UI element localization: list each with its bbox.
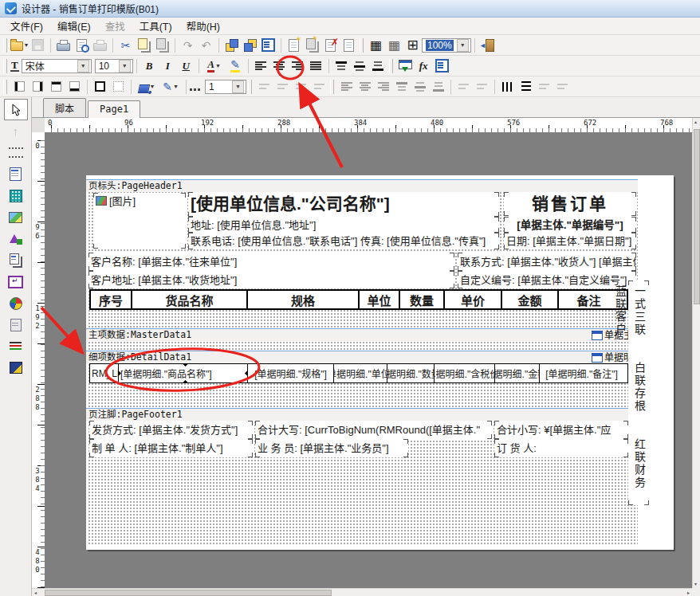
highlight-button[interactable]: ✎ [226,57,245,75]
underline-button[interactable]: U [177,57,195,75]
page-panes-button[interactable]: ⊞ [403,37,422,54]
new-page-button[interactable] [285,37,303,54]
field-phone-fax[interactable]: 联系电话: [使用单位信息."联系电话"] 传真: [使用单位信息."传真"] [188,233,499,249]
field-copies-label[interactable]: 一式三联 白联存根 红联财务 蓝联客户 [628,280,649,505]
align-left-button[interactable] [252,57,270,75]
line-width-select[interactable]: 1 ▼ [205,80,246,94]
chart-component-button[interactable] [4,292,28,314]
align-center-button[interactable] [270,57,289,75]
paste-button[interactable] [153,37,171,54]
expression-component-button[interactable] [4,185,28,206]
align-tops-button[interactable] [392,78,411,96]
undo-button[interactable]: ↶ [197,37,215,54]
scroll-up-icon[interactable]: ▴ [694,118,697,126]
field-salesman[interactable]: 业 务 员: [单据主体."业务员"] [255,439,408,457]
column-header[interactable]: 金额 [502,291,559,308]
image-component-button[interactable] [4,206,28,228]
remove-band-button[interactable] [273,78,292,96]
richtext-component-button[interactable] [4,249,28,271]
field-maker[interactable]: 制 单 人: [单据主体."制单人"] [89,439,253,457]
line-width-dropdown-icon[interactable]: ▼ [232,80,244,93]
column-header[interactable]: 单位 [360,291,400,308]
border-bottom-button[interactable] [65,78,84,96]
toolbar-grip[interactable] [389,59,393,73]
detail-cell-unit[interactable]: [单据明细."单位"] [334,364,387,382]
menu-item[interactable]: 文件(F) [3,17,50,35]
field-custom-number[interactable]: 自定义编号: [单据主体."自定义编号"] [458,271,636,288]
column-header[interactable]: 数量 [400,291,445,308]
subreport-component-button[interactable] [4,271,28,292]
valign-middle-button[interactable] [351,57,369,75]
same-height-button[interactable] [517,78,535,96]
field-company-name[interactable]: [使用单位信息."公司名称"] [188,192,499,217]
horizontal-scrollbar[interactable]: ◂ ▸ [32,588,692,596]
properties-button[interactable] [259,37,277,54]
print-button[interactable] [54,37,73,54]
italic-button[interactable]: I [159,57,177,75]
align-lefts-button[interactable] [337,78,356,96]
field-total-words[interactable]: 合计大写: [CurrToBigNum(RMRound([单据主体." [255,421,492,439]
exit-button[interactable] [478,37,497,54]
band-down-button[interactable] [310,78,328,96]
horizontal-scroll-thumb[interactable] [45,590,332,596]
new-dialog-button[interactable] [303,37,321,54]
align-middles-button[interactable] [411,78,429,96]
band-up-button[interactable] [292,78,310,96]
detail-cell-price[interactable]: [单据明细."含税价"] [435,364,495,382]
menu-item[interactable]: 工具(T) [132,17,179,35]
align-centers-button[interactable] [356,78,374,96]
space-horizontal-button[interactable] [454,78,473,96]
toolbar-grip[interactable] [330,80,334,94]
border-all-button[interactable] [91,78,109,96]
same-width-button[interactable] [498,78,517,96]
column-header[interactable]: 单价 [445,291,502,308]
valign-bottom-button[interactable] [369,57,387,75]
vertical-scrollbar[interactable]: ▴ ▾ [692,118,700,588]
scroll-down-icon[interactable]: ▾ [694,580,697,588]
field-doc-number[interactable]: [单据主体."单据编号"] [504,217,636,233]
align-bottoms-button[interactable] [429,78,447,96]
zoom-dropdown-icon[interactable]: ▼ [457,39,469,52]
send-to-back-button[interactable] [241,37,259,54]
align-right-button[interactable] [289,57,307,75]
band-master-data[interactable]: 主项数据:MasterData1 单据主体 [86,328,638,341]
font-size-dropdown-icon[interactable]: ▼ [119,60,131,73]
barcode-component-button[interactable] [4,357,28,378]
open-button[interactable]: ▼ [10,37,29,54]
bold-button[interactable]: B [140,57,159,75]
toolbar-grip[interactable] [3,80,7,94]
toolbar-grip[interactable] [3,38,7,53]
selection-handle[interactable] [182,380,187,382]
save-button[interactable] [29,37,47,54]
detail-cell-qty[interactable]: [单据明细."数量"] [387,364,435,382]
band-detail-data[interactable]: 细项数据:DetailData1 单据明细 [86,351,638,363]
vertical-scroll-thumb[interactable] [694,129,700,304]
space-vertical-button[interactable] [473,78,491,96]
scroll-right-icon[interactable]: ▸ [687,589,690,596]
field-customer-address[interactable]: 客户地址: [单据主体."收货地址"] [88,271,454,288]
text-component-button[interactable] [4,163,28,185]
detail-cell-memo[interactable]: [单据明细."备注"] [540,364,623,382]
align-rights-button[interactable] [374,78,392,96]
ole-component-button[interactable] [4,314,28,335]
design-canvas[interactable]: 页标头:PageHeader1 [图片] [使用单位信息."公司名称"] 销售订… [45,132,692,588]
property-grid-button[interactable] [433,57,451,75]
font-name-select[interactable]: 宋体 ▼ [22,59,92,73]
band-component-button[interactable] [4,142,28,163]
font-color-button[interactable]: A▼ [203,57,226,75]
print-preview-button[interactable] [73,37,91,54]
field-address[interactable]: 地址: [使用单位信息."地址"] [188,217,499,233]
border-none-button[interactable] [109,78,128,96]
redo-button[interactable]: ↷ [179,37,197,54]
shrink-to-grid-button[interactable] [553,78,572,96]
delete-page-button[interactable] [321,37,340,54]
valign-top-button[interactable] [332,57,351,75]
detail-row[interactable]: RM_Li [单据明细."商品名称"] [单据明细."规格"] [单据明细."单… [89,363,628,383]
function-button[interactable]: fx [415,57,433,75]
field-customer-name[interactable]: 客户名称: [单据主体."往来单位"] [88,253,454,271]
band-page-footer[interactable]: 页注脚:PageFooter1 [86,408,638,421]
detail-cell-amount[interactable]: [单据明细."金额"] [495,364,540,382]
field-contact[interactable]: 联系方式: [单据主体."收货人"] [单据主体."收货人电话"] [458,253,636,271]
tab-script[interactable]: 脚本 [43,98,86,117]
field-doc-date[interactable]: 日期: [单据主体."单据日期"] [504,233,636,249]
